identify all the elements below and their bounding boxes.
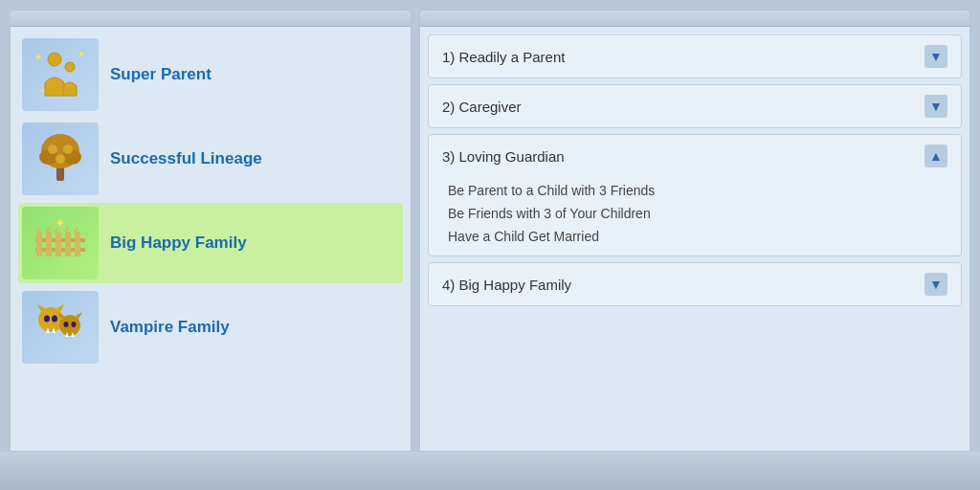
milestone-expanded-milestone-3: Be Parent to a Child with 3 FriendsBe Fr… — [429, 177, 961, 256]
milestone-row-milestone-3[interactable]: 3) Loving Guardian▲Be Parent to a Child … — [428, 134, 962, 256]
milestone-header-milestone-2: 2) Caregiver▼ — [429, 85, 961, 127]
milestone-header-milestone-4: 4) Big Happy Family▼ — [429, 263, 961, 305]
milestone-title-milestone-3: 3) Loving Guardian — [442, 148, 565, 165]
svg-point-1 — [65, 62, 75, 72]
milestones-list: 1) Readily a Parent▼2) Caregiver▼3) Lovi… — [420, 27, 969, 314]
aspiration-icon-big-happy-family: ✦ — [22, 207, 99, 279]
svg-text:✦: ✦ — [33, 51, 43, 64]
milestones-header — [420, 11, 969, 27]
aspiration-label-super-parent: Super Parent — [110, 65, 212, 84]
milestone-title-milestone-1: 1) Readily a Parent — [442, 49, 565, 65]
svg-point-9 — [48, 145, 57, 154]
milestone-arrow-milestone-4[interactable]: ▼ — [924, 273, 947, 296]
milestone-header-milestone-1: 1) Readily a Parent▼ — [429, 35, 961, 78]
aspiration-label-vampire-family: Vampire Family — [110, 318, 230, 337]
svg-rect-14 — [36, 232, 42, 256]
milestone-row-milestone-1[interactable]: 1) Readily a Parent▼ — [428, 34, 962, 78]
milestone-header-milestone-3: 3) Loving Guardian▲ — [429, 135, 961, 177]
aspiration-label-big-happy-family: Big Happy Family — [110, 234, 247, 253]
svg-rect-20 — [65, 232, 71, 256]
svg-point-35 — [64, 322, 69, 327]
svg-line-15 — [36, 228, 39, 232]
aspiration-label-successful-lineage: Successful Lineage — [110, 149, 262, 168]
milestone-task-milestone-3-2: Have a Child Get Married — [444, 229, 946, 244]
milestone-row-milestone-2[interactable]: 2) Caregiver▼ — [428, 84, 962, 128]
aspiration-icon-vampire-family — [22, 291, 99, 364]
svg-point-36 — [72, 322, 77, 327]
svg-rect-16 — [46, 232, 52, 256]
svg-line-23 — [75, 228, 78, 232]
svg-point-10 — [63, 145, 73, 154]
svg-text:✦: ✦ — [55, 215, 66, 231]
svg-point-0 — [48, 53, 61, 66]
svg-rect-18 — [56, 232, 61, 256]
svg-rect-22 — [75, 232, 80, 256]
milestone-arrow-milestone-2[interactable]: ▼ — [924, 95, 947, 118]
svg-point-29 — [52, 316, 57, 323]
svg-text:✦: ✦ — [78, 49, 85, 59]
aspiration-item-big-happy-family[interactable]: ✦ Big Happy Family — [18, 203, 403, 283]
milestone-row-milestone-4[interactable]: 4) Big Happy Family▼ — [428, 262, 962, 306]
aspiration-item-super-parent[interactable]: ✦ ✦ ✦ Super Parent — [18, 34, 403, 115]
svg-point-32 — [59, 315, 80, 336]
milestone-title-milestone-4: 4) Big Happy Family — [442, 277, 571, 293]
milestone-arrow-milestone-1[interactable]: ▼ — [924, 45, 947, 68]
aspiration-list: ✦ ✦ ✦ Super Parent Successful Lineage — [11, 27, 411, 375]
milestone-task-milestone-3-0: Be Parent to a Child with 3 Friends — [444, 183, 946, 198]
aspirations-panel: ✦ ✦ ✦ Super Parent Successful Lineage — [10, 10, 412, 452]
aspiration-item-vampire-family[interactable]: Vampire Family — [18, 287, 403, 368]
svg-text:✦: ✦ — [39, 87, 46, 96]
aspiration-icon-super-parent: ✦ ✦ ✦ — [22, 38, 99, 111]
bottom-bar — [0, 452, 980, 490]
aspirations-header — [11, 11, 411, 27]
svg-line-17 — [46, 228, 49, 232]
milestone-task-milestone-3-1: Be Friends with 3 of Your Children — [444, 206, 946, 221]
aspiration-icon-successful-lineage — [22, 122, 99, 195]
svg-point-28 — [44, 316, 50, 323]
svg-point-11 — [56, 154, 65, 164]
milestone-title-milestone-2: 2) Caregiver — [442, 99, 522, 115]
milestones-panel: 1) Readily a Parent▼2) Caregiver▼3) Lovi… — [419, 10, 970, 452]
aspiration-item-successful-lineage[interactable]: Successful Lineage — [18, 119, 403, 199]
main-container: ✦ ✦ ✦ Super Parent Successful Lineage — [10, 10, 970, 452]
milestone-arrow-milestone-3[interactable]: ▲ — [924, 145, 947, 167]
